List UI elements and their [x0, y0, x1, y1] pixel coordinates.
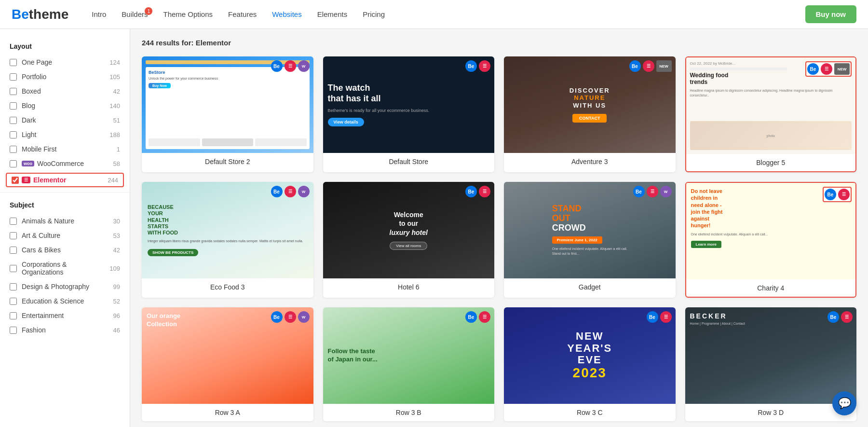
card-default-store[interactable]: Be ☰ The watchthat has it all Betheme's …	[323, 56, 495, 172]
checkbox-boxed[interactable]	[10, 88, 17, 95]
card-name-row3-a: Row 3 A	[142, 404, 313, 421]
checkbox-art[interactable]	[10, 232, 17, 239]
checkbox-elementor[interactable]	[12, 177, 19, 184]
card-hotel-6[interactable]: Be ☰ Welcometo ourluxury hotel View all …	[323, 182, 495, 298]
checkbox-woocommerce[interactable]	[10, 160, 17, 167]
checkbox-light[interactable]	[10, 131, 17, 138]
elementor-icon: ☰	[22, 177, 30, 183]
label-design: Design & Photography	[22, 283, 113, 290]
checkbox-education[interactable]	[10, 298, 17, 305]
badges-row3-b: Be ☰	[465, 311, 490, 323]
sidebar-item-light[interactable]: Light 188	[0, 127, 130, 142]
sidebar-item-cars[interactable]: Cars & Bikes 42	[0, 243, 130, 257]
badge-el-4: ☰	[821, 63, 832, 75]
card-row3-c[interactable]: Be ☰ NEWYEAR'SEVE2023 Row 3 C	[504, 307, 676, 421]
sidebar-item-entertainment[interactable]: Entertainment 96	[0, 308, 130, 323]
sidebar-item-design[interactable]: Design & Photography 99	[0, 279, 130, 294]
nav-features[interactable]: Features	[228, 10, 257, 18]
badges-charity-4: Be ☰	[823, 187, 852, 202]
card-eco-food-3[interactable]: Be ☰ W BECAUSEYOURHEALTHSTARTSWITH FOOD …	[142, 182, 313, 298]
badge-el-11: ☰	[660, 311, 672, 323]
header: Betheme Intro Builders 1 Theme Options F…	[0, 0, 868, 29]
card-default-store-2[interactable]: Be ☰ W BeStore Unlock the power for your…	[142, 56, 313, 172]
sidebar-item-fashion[interactable]: Fashion 46	[0, 323, 130, 337]
card-name-gadget: Gadget	[504, 278, 676, 296]
badge-elementor: ☰	[285, 60, 296, 72]
card-row3-a[interactable]: Be ☰ W Our orangeCollection Row 3 A	[142, 307, 313, 421]
chat-icon: 💬	[838, 397, 851, 410]
sidebar-item-corporations[interactable]: Corporations & Organizations 109	[0, 257, 130, 279]
badges-row3-a: Be ☰ W	[271, 311, 310, 323]
sidebar-item-dark[interactable]: Dark 51	[0, 113, 130, 127]
count-corporations: 109	[109, 265, 120, 272]
results-prefix: results for:	[156, 39, 193, 47]
count-fashion: 46	[113, 327, 120, 334]
label-corporations: Corporations & Organizations	[22, 261, 109, 276]
nav-intro[interactable]: Intro	[92, 10, 106, 18]
sidebar-item-education[interactable]: Education & Science 52	[0, 294, 130, 308]
label-education: Education & Science	[22, 297, 113, 305]
card-row3-b[interactable]: Be ☰ Follow the tasteof Japan in our... …	[323, 307, 495, 421]
nav-elements[interactable]: Elements	[317, 10, 348, 18]
subject-section-title: Subject	[0, 197, 130, 214]
sidebar-item-elementor[interactable]: ☰ Elementor 244	[6, 173, 124, 187]
card-name-row3-b: Row 3 B	[323, 404, 495, 421]
checkbox-corporations[interactable]	[10, 265, 17, 272]
label-animals: Animals & Nature	[22, 217, 113, 225]
label-art: Art & Culture	[22, 232, 113, 239]
nav-builders[interactable]: Builders 1	[122, 10, 148, 18]
grid-wrapper: Be ☰ W BeStore Unlock the power for your…	[142, 56, 856, 421]
logo-theme: theme	[29, 7, 68, 22]
count-entertainment: 96	[113, 312, 120, 319]
label-elementor: Elementor	[33, 176, 108, 184]
card-name-default-store: Default Store	[323, 153, 495, 170]
buy-now-button[interactable]: Buy now	[805, 5, 857, 23]
sidebar-item-art[interactable]: Art & Culture 53	[0, 228, 130, 243]
checkbox-cars[interactable]	[10, 247, 17, 254]
checkbox-blog[interactable]	[10, 102, 17, 110]
checkbox-animals[interactable]	[10, 218, 17, 225]
sidebar-item-one-page[interactable]: One Page 124	[0, 55, 130, 69]
badge-new-3: NEW	[656, 60, 672, 72]
badge-new-4: NEW	[834, 63, 850, 75]
card-name-eco-food-3: Eco Food 3	[142, 278, 313, 296]
badge-be: Be	[271, 60, 283, 72]
badge-be-2: Be	[465, 60, 477, 72]
sidebar-item-animals[interactable]: Animals & Nature 30	[0, 214, 130, 228]
checkbox-design[interactable]	[10, 283, 17, 290]
sidebar-item-mobile-first[interactable]: Mobile First 1	[0, 142, 130, 156]
logo-be: Be	[12, 7, 29, 22]
chat-bubble[interactable]: 💬	[832, 391, 856, 415]
sidebar-item-portfolio[interactable]: Portfolio 105	[0, 69, 130, 84]
card-adventure-3[interactable]: Be ☰ NEW DISCOVERNATUREWITH US CONTACT	[504, 56, 676, 172]
main-nav: Intro Builders 1 Theme Options Features …	[92, 10, 805, 18]
logo[interactable]: Betheme	[12, 7, 68, 22]
sidebar-item-woocommerce[interactable]: woo WooCommerce 58	[0, 156, 130, 171]
sidebar-item-boxed[interactable]: Boxed 42	[0, 84, 130, 98]
checkbox-one-page[interactable]	[10, 59, 17, 66]
badge-be-4: Be	[807, 63, 819, 75]
card-gadget[interactable]: Be ☰ W Standoutcrowd Premiere June 1, 20…	[504, 182, 676, 298]
checkbox-fashion[interactable]	[10, 327, 17, 334]
card-name-charity-4: Charity 4	[686, 279, 856, 297]
badge-woo-7: W	[660, 186, 672, 197]
checkbox-entertainment[interactable]	[10, 312, 17, 319]
results-count: 244	[142, 39, 154, 47]
card-img-default-store: Be ☰ The watchthat has it all Betheme's …	[323, 56, 495, 153]
card-row3-d[interactable]: Be ☰ BECKER Home | Programme | About | C…	[685, 307, 857, 421]
count-woocommerce: 58	[113, 160, 120, 167]
checkbox-portfolio[interactable]	[10, 73, 17, 81]
card-blogger-5[interactable]: Be ☰ NEW Oct 22, 2022 by McBride... Wedd…	[685, 56, 857, 172]
sidebar-item-blog[interactable]: Blog 140	[0, 98, 130, 113]
nav-theme-options[interactable]: Theme Options	[163, 10, 213, 18]
badge-el-8: ☰	[838, 189, 850, 200]
checkbox-dark[interactable]	[10, 117, 17, 124]
label-fashion: Fashion	[22, 326, 113, 334]
nav-pricing[interactable]: Pricing	[363, 10, 385, 18]
label-mobile-first: Mobile First	[22, 145, 117, 153]
checkbox-mobile-first[interactable]	[10, 146, 17, 153]
nav-websites[interactable]: Websites	[272, 10, 301, 18]
badges-default-store: Be ☰	[465, 60, 490, 72]
badge-woo-9: W	[298, 311, 310, 323]
card-charity-4[interactable]: Be ☰ Do not leavechildren inneed alone -…	[685, 182, 857, 298]
